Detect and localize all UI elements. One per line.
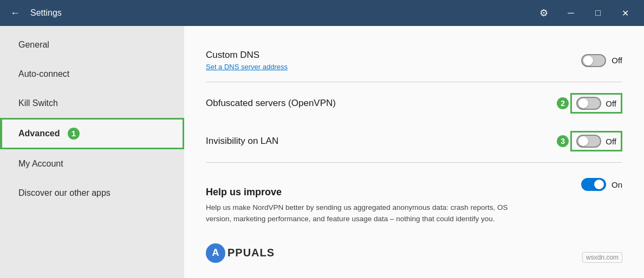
invisibility-lan-toggle[interactable] <box>576 135 601 148</box>
toggle-thumb <box>583 56 593 65</box>
divider-1 <box>206 82 622 82</box>
help-improve-description: Help us make NordVPN better by sending u… <box>206 202 509 225</box>
help-improve-title: Help us improve <box>206 187 509 198</box>
obfuscated-toggle-thumb <box>578 98 588 108</box>
dns-link[interactable]: Set a DNS server address <box>206 63 288 71</box>
minimize-button[interactable]: ─ <box>558 0 583 26</box>
appuals-letter: A <box>212 247 219 259</box>
invisibility-lan-row: Invisibility on LAN 3 Off <box>206 122 622 160</box>
divider-2 <box>206 162 622 163</box>
close-icon: ✕ <box>622 8 629 18</box>
appuals-logo: A PPUALS <box>206 243 275 263</box>
maximize-icon: □ <box>595 8 601 18</box>
badge-2: 2 <box>557 97 569 109</box>
obfuscated-servers-toggle[interactable] <box>576 97 601 110</box>
minimize-icon: ─ <box>568 8 574 18</box>
sidebar-item-discover[interactable]: Discover our other apps <box>0 178 184 208</box>
maximize-button[interactable]: □ <box>586 0 610 26</box>
window-title: Settings <box>30 8 531 18</box>
sidebar-label-my-account: My Account <box>18 159 63 168</box>
sidebar-item-kill-switch[interactable]: Kill Switch <box>0 89 184 118</box>
wsxdn-badge: wsxdn.com <box>582 252 622 263</box>
sidebar-item-my-account[interactable]: My Account <box>0 149 184 178</box>
obfuscated-servers-row: Obfuscated servers (OpenVPN) 2 Off <box>206 84 622 122</box>
custom-dns-toggle-group: Off <box>581 54 622 67</box>
title-bar: ← Settings ⚙ ─ □ ✕ <box>0 0 644 26</box>
invisibility-toggle-outline: 3 Off <box>570 131 622 151</box>
help-improve-toggle[interactable] <box>581 178 606 191</box>
invisibility-lan-toggle-label: Off <box>606 137 616 146</box>
badge-1: 1 <box>68 128 80 140</box>
sidebar: General Auto-connect Kill Switch Advance… <box>0 26 184 278</box>
gear-button[interactable]: ⚙ <box>531 0 556 26</box>
sidebar-label-advanced: Advanced <box>18 129 60 138</box>
help-improve-toggle-group: On <box>581 178 622 191</box>
appuals-icon: A <box>206 243 225 263</box>
settings-content: Custom DNS Set a DNS server address Off … <box>184 26 644 278</box>
custom-dns-label: Custom DNS <box>206 50 259 60</box>
obfuscated-servers-label: Obfuscated servers (OpenVPN) <box>206 98 336 109</box>
sidebar-item-general[interactable]: General <box>0 30 184 59</box>
sidebar-label-auto-connect: Auto-connect <box>18 69 69 78</box>
gear-icon: ⚙ <box>539 7 548 19</box>
help-improve-section: Help us improve Help us make NordVPN bet… <box>206 176 509 230</box>
appuals-text: PPUALS <box>227 247 275 259</box>
obfuscated-servers-toggle-label: Off <box>606 99 616 108</box>
custom-dns-toggle[interactable] <box>581 54 606 67</box>
help-improve-toggle-thumb <box>594 180 604 189</box>
back-icon: ← <box>10 8 20 19</box>
custom-dns-label-group: Custom DNS Set a DNS server address <box>206 50 288 71</box>
close-button[interactable]: ✕ <box>613 0 638 26</box>
back-button[interactable]: ← <box>6 4 24 22</box>
invisibility-lan-label: Invisibility on LAN <box>206 136 278 147</box>
help-improve-row: Help us improve Help us make NordVPN bet… <box>206 165 622 239</box>
watermark-area: A PPUALS wsxdn.com <box>206 239 622 263</box>
obfuscated-toggle-outline: 2 Off <box>570 93 622 114</box>
sidebar-item-auto-connect[interactable]: Auto-connect <box>0 59 184 89</box>
help-improve-toggle-label: On <box>612 180 622 189</box>
sidebar-label-discover: Discover our other apps <box>18 188 110 197</box>
custom-dns-toggle-label: Off <box>612 56 622 65</box>
custom-dns-row: Custom DNS Set a DNS server address Off <box>206 41 622 80</box>
window-controls: ⚙ ─ □ ✕ <box>531 0 638 26</box>
main-layout: General Auto-connect Kill Switch Advance… <box>0 26 644 278</box>
badge-3: 3 <box>557 135 569 147</box>
sidebar-label-general: General <box>18 40 49 49</box>
sidebar-label-kill-switch: Kill Switch <box>18 98 58 108</box>
sidebar-item-advanced[interactable]: Advanced 1 <box>0 118 184 149</box>
invisibility-toggle-thumb <box>578 136 588 146</box>
